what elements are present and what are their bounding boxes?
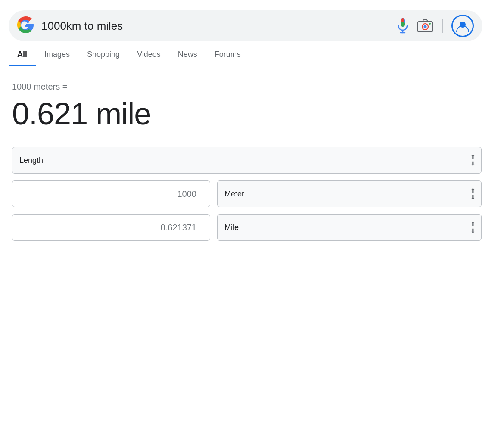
microphone-icon[interactable] [396,17,410,34]
tab-forums[interactable]: Forums [206,43,249,66]
conversion-label: 1000 meters = [12,82,492,92]
to-unit-wrapper: Mile Meter Kilometer Foot Inch Yard Cent… [217,214,482,241]
search-bar: G 1000km to miles [9,10,482,41]
svg-point-9 [429,23,431,25]
from-value-input[interactable] [12,180,210,207]
search-tabs: All Images Shopping Videos News Forums [0,43,504,66]
google-logo: G [17,16,34,35]
svg-rect-3 [401,22,405,27]
search-divider [442,19,443,33]
to-row: Mile Meter Kilometer Foot Inch Yard Cent… [12,214,482,241]
tab-videos[interactable]: Videos [128,43,169,66]
tab-images[interactable]: Images [36,43,78,66]
from-value-wrapper [12,180,210,207]
svg-point-8 [424,25,427,28]
conversion-result: 0.621 mile [12,96,492,131]
lens-icon[interactable] [417,17,434,34]
from-unit-wrapper: Meter Kilometer Mile Foot Inch Yard Cent… [217,180,482,207]
tab-news[interactable]: News [169,43,206,66]
to-value-input[interactable] [12,214,210,241]
search-bar-container: G 1000km to miles [0,0,504,41]
category-select[interactable]: Length Area Volume Weight Temperature Ti… [12,147,482,174]
search-input[interactable]: 1000km to miles [41,19,389,33]
avatar[interactable] [451,15,474,37]
search-icons [396,15,474,37]
tab-all[interactable]: All [9,43,36,66]
category-row: Length Area Volume Weight Temperature Ti… [12,147,482,174]
to-value-wrapper [12,214,210,241]
category-select-wrapper: Length Area Volume Weight Temperature Ti… [12,147,482,174]
from-unit-select[interactable]: Meter Kilometer Mile Foot Inch Yard Cent… [217,180,482,207]
from-row: Meter Kilometer Mile Foot Inch Yard Cent… [12,180,482,207]
converter-widget: Length Area Volume Weight Temperature Ti… [12,147,482,241]
to-unit-select[interactable]: Mile Meter Kilometer Foot Inch Yard Cent… [217,214,482,241]
main-content: 1000 meters = 0.621 mile Length Area Vol… [0,66,504,265]
tab-shopping[interactable]: Shopping [78,43,128,66]
